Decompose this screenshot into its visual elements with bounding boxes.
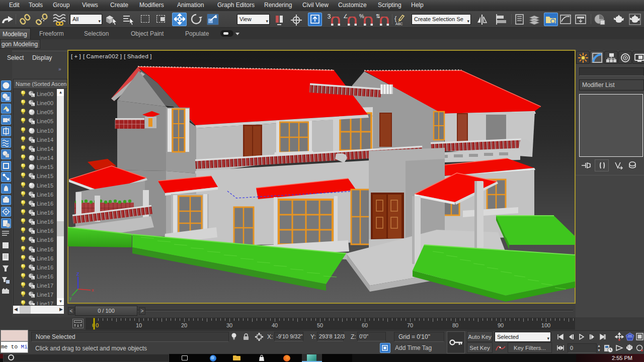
svg-text:{: { (394, 15, 397, 22)
svg-text:y: y (69, 296, 72, 301)
svg-text:Z: Z (76, 272, 79, 277)
svg-text:x: x (92, 288, 94, 293)
svg-text:ABC: ABC (395, 22, 403, 26)
